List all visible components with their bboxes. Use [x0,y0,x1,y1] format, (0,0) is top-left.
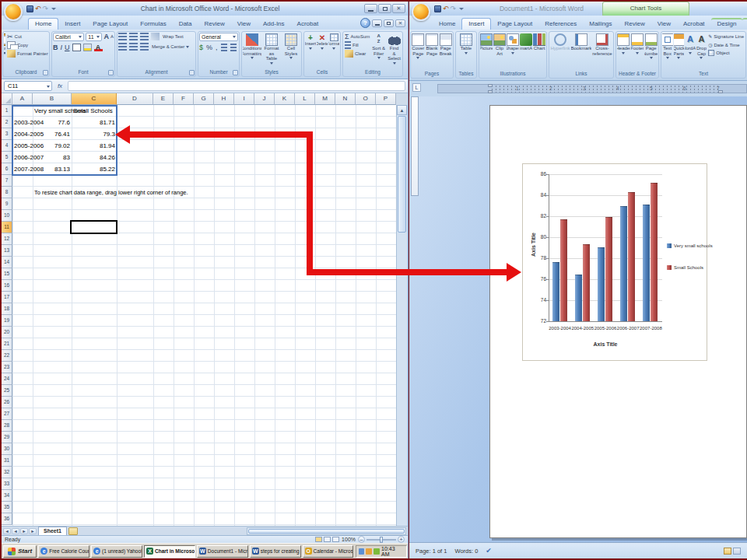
format-as-table-button[interactable]: Format as Table [262,33,281,68]
bold-button[interactable]: B [53,44,58,51]
header-button[interactable]: Header [617,33,630,69]
row-header-16[interactable]: 16 [2,280,12,292]
tab-insert[interactable]: Insert [461,18,491,30]
row-header-2[interactable]: 2 [2,117,12,128]
text-box-button[interactable]: Text Box [662,33,673,69]
context-tab-layout[interactable]: Layout [742,18,747,30]
percent-style-icon[interactable]: % [206,44,212,51]
row-header-13[interactable]: 13 [2,245,12,257]
scroll-up-icon[interactable]: ▲ [397,105,407,115]
tab-references[interactable]: References [538,19,583,30]
hscroll-thumb[interactable] [248,529,405,534]
column-header-B[interactable]: B [33,93,72,105]
row-header-11[interactable]: 11 [2,222,12,233]
bookmark-button[interactable]: Bookmark [571,33,591,69]
picture-button[interactable]: Picture [480,33,493,69]
align-left-icon[interactable] [118,43,127,51]
start-button[interactable]: Start [3,545,37,558]
align-top-icon[interactable] [118,33,127,40]
taskbar-button[interactable]: eFree Calorie Counter, Die... [38,545,89,558]
increase-decimal-icon[interactable] [221,44,227,51]
last-sheet-icon[interactable]: ► [29,528,37,534]
column-header-E[interactable]: E [153,93,174,105]
tray-icon[interactable] [359,548,365,555]
row-header-21[interactable]: 21 [2,338,12,350]
taskbar-button[interactable]: XChart in Microsoft Offi... [144,545,195,558]
normal-view-icon[interactable] [315,537,322,542]
zoom-in-icon[interactable]: + [398,536,405,543]
sort-filter-button[interactable]: AZSort & Filter [371,33,386,68]
footer-button[interactable]: Footer [631,33,644,69]
column-header-I[interactable]: I [234,93,254,105]
spellcheck-icon[interactable]: ✔ [486,547,492,555]
align-middle-icon[interactable] [129,33,138,40]
row-header-31[interactable]: 31 [2,455,12,467]
first-sheet-icon[interactable]: ◄ [3,528,11,534]
close-button[interactable]: ✕ [392,4,405,13]
column-header-G[interactable]: G [194,93,214,105]
zoom-slider-thumb[interactable] [380,537,383,543]
font-size-combo[interactable]: 11 [86,33,102,41]
row-header-9[interactable]: 9 [2,198,12,210]
column-header-H[interactable]: H [214,93,234,105]
cover-page-button[interactable]: Cover Page [412,33,425,69]
format-cells-button[interactable]: Format [328,33,339,68]
row-header-35[interactable]: 35 [2,502,12,513]
row-header-19[interactable]: 19 [2,315,12,327]
tab-add-ins[interactable]: Add-Ins [257,19,291,30]
align-bottom-icon[interactable] [140,33,149,40]
row-header-1[interactable]: 1 [2,105,12,117]
hanging-indent-marker[interactable] [488,90,493,93]
formula-input[interactable] [68,81,405,91]
embedded-chart[interactable]: 72747678808284862003-20042004-20052005-2… [522,163,707,361]
row-header-23[interactable]: 23 [2,362,12,373]
column-header-C[interactable]: C [72,93,117,105]
row-header-34[interactable]: 34 [2,490,12,502]
merge-center-button[interactable]: Merge & Center [151,44,190,49]
taskbar-button[interactable]: Wsteps for creating figures ... [250,545,301,558]
print-layout-view-icon[interactable] [724,548,731,555]
paste-button[interactable]: Paste [4,33,5,68]
signature-line-button[interactable]: ✎Signature Line [707,33,745,40]
word-count[interactable]: Words: 0 [454,548,478,555]
insert-function-button[interactable]: fx [54,82,65,89]
shapes-button[interactable]: Shapes [507,33,519,69]
hyperlink-button[interactable]: Hyperlink [550,33,570,69]
undo-icon[interactable]: ↶ [35,5,41,12]
dialog-launcher-icon[interactable] [108,70,114,75]
selected-cell-C11[interactable] [70,220,117,234]
quick-parts-button[interactable]: Quick Parts [674,33,685,69]
tab-page-layout[interactable]: Page Layout [86,19,134,30]
taskbar-button[interactable]: WDocument1 - Microsoft W... [197,545,248,558]
column-header-D[interactable]: D [117,93,153,105]
row-header-26[interactable]: 26 [2,397,12,408]
row-header-18[interactable]: 18 [2,303,12,315]
office-button[interactable] [412,2,430,21]
column-header-N[interactable]: N [335,93,356,105]
shrink-font-icon[interactable]: A [110,33,114,41]
vertical-scrollbar[interactable]: ▲ [396,105,407,526]
wrap-text-button[interactable]: Wrap Text [162,34,184,39]
copy-button[interactable]: Copy [6,41,49,49]
wordart-button[interactable]: AWordArt [685,33,696,69]
tab-review[interactable]: Review [619,19,651,30]
chart-button[interactable]: Chart [533,33,545,69]
delete-cells-button[interactable]: ✕Delete [317,33,328,68]
page-break-button[interactable]: Page Break [439,33,452,69]
grow-font-icon[interactable]: A [103,33,109,41]
tab-home[interactable]: Home [28,18,58,30]
first-line-indent-marker[interactable] [488,84,493,87]
row-header-27[interactable]: 27 [2,408,12,420]
clear-button[interactable]: Clear [344,50,370,58]
clip-art-button[interactable]: Clip Art [493,33,506,69]
row-header-8[interactable]: 8 [2,187,12,198]
sheet-tab-sheet1[interactable]: Sheet1 [38,527,67,535]
tab-formulas[interactable]: Formulas [134,19,172,30]
font-name-combo[interactable]: Calibri [53,33,84,41]
row-header-3[interactable]: 3 [2,128,12,140]
row-header-30[interactable]: 30 [2,443,12,455]
column-header-J[interactable]: J [254,93,275,105]
page-number-button[interactable]: Page Number [644,33,658,69]
tab-mailings[interactable]: Mailings [583,19,618,30]
borders-icon[interactable] [72,44,81,51]
